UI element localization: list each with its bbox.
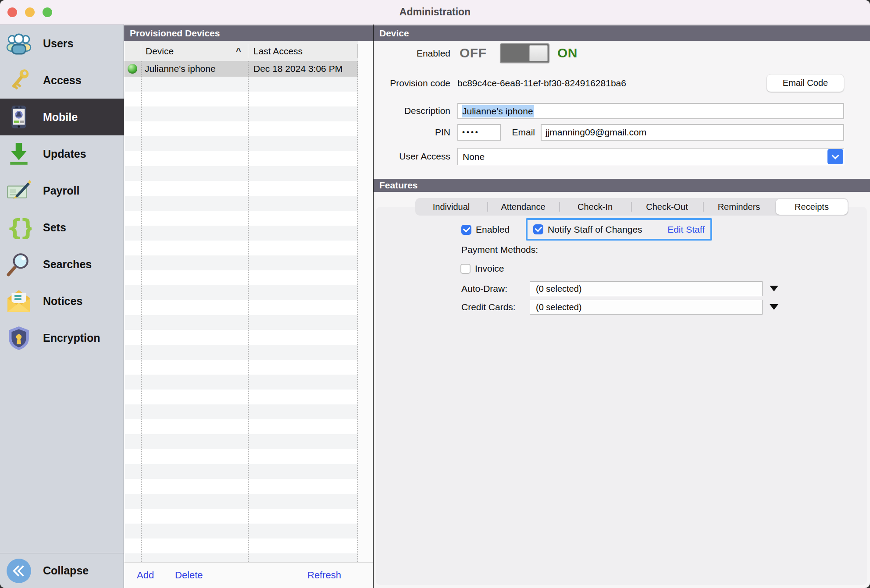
tab-check-in[interactable]: Check-In <box>559 198 631 216</box>
empty-table-rows <box>124 77 358 562</box>
user-access-label: User Access <box>374 150 450 163</box>
svg-text:}: } <box>20 215 32 240</box>
braces-icon: { } <box>6 215 32 240</box>
enabled-checkbox[interactable] <box>461 225 471 235</box>
window-title: Administration <box>399 6 471 18</box>
mobile-icon <box>6 104 32 130</box>
tab-receipts[interactable]: Receipts <box>776 199 848 215</box>
sidebar-item-label: Updates <box>43 148 86 160</box>
invoice-row: Invoice <box>460 263 504 274</box>
add-device-button[interactable]: Add <box>137 570 154 581</box>
sidebar-item-users[interactable]: Users <box>0 25 124 62</box>
collapse-label: Collapse <box>43 564 89 577</box>
title-bar: Administration <box>0 0 870 25</box>
email-code-button[interactable]: Email Code <box>767 74 844 92</box>
sidebar-item-label: Access <box>43 74 82 87</box>
enabled-label: Enabled <box>374 47 450 60</box>
sort-ascending-icon[interactable]: ^ <box>236 46 241 56</box>
tab-attendance[interactable]: Attendance <box>487 198 559 216</box>
email-code-button-label: Email Code <box>783 78 828 88</box>
sidebar-item-label: Users <box>43 37 74 50</box>
credit-cards-label: Credit Cards: <box>461 300 516 315</box>
column-header-last-access[interactable]: Last Access <box>253 46 303 57</box>
online-status-icon <box>128 64 137 74</box>
notify-staff-highlight-box: Notify Staff of Changes Edit Staff <box>526 218 712 241</box>
device-section-title: Device <box>379 28 409 39</box>
auto-draw-select[interactable]: (0 selected) <box>530 281 763 296</box>
download-icon <box>6 141 32 166</box>
devices-table-header: Device ^ Last Access <box>124 41 358 61</box>
toggle-knob <box>529 45 548 61</box>
user-access-select[interactable]: None <box>457 148 844 165</box>
delete-device-button[interactable]: Delete <box>175 570 203 581</box>
auto-draw-label: Auto-Draw: <box>461 281 507 296</box>
sidebar-item-mobile[interactable]: Mobile <box>0 99 124 135</box>
close-window-icon[interactable] <box>7 7 17 17</box>
collapse-chevrons-icon <box>6 558 32 584</box>
sidebar-item-label: Payroll <box>43 184 79 197</box>
toggle-off-label: OFF <box>460 46 487 60</box>
users-icon <box>6 31 32 56</box>
check-pen-icon <box>6 178 32 203</box>
description-field[interactable]: Julianne's iphone <box>457 103 844 119</box>
column-header-device[interactable]: Device <box>146 46 174 57</box>
user-access-dropdown-button[interactable] <box>827 149 843 164</box>
device-section-header: Device <box>374 25 870 41</box>
toggle-on-label: ON <box>557 46 578 60</box>
envelope-icon <box>6 288 32 314</box>
chevron-down-icon <box>832 152 839 159</box>
collapse-sidebar-button[interactable]: Collapse <box>0 553 124 588</box>
sidebar-item-encryption[interactable]: Encryption <box>0 319 124 356</box>
receipts-enabled-row: Enabled <box>461 224 510 235</box>
sidebar-item-payroll[interactable]: Payroll <box>0 172 124 209</box>
shield-icon <box>6 325 32 351</box>
features-section-header: Features <box>374 179 870 192</box>
invoice-label: Invoice <box>475 263 504 274</box>
tab-check-out[interactable]: Check-Out <box>631 198 703 216</box>
refresh-devices-button[interactable]: Refresh <box>307 570 341 581</box>
credit-cards-dropdown-arrow-icon[interactable] <box>770 304 778 310</box>
sidebar-item-label: Encryption <box>43 332 100 344</box>
sidebar-item-sets[interactable]: { } Sets <box>0 209 124 246</box>
sidebar-item-label: Sets <box>43 221 66 234</box>
sidebar-item-searches[interactable]: Searches <box>0 246 124 283</box>
minimize-window-icon[interactable] <box>25 7 35 17</box>
user-access-value: None <box>463 152 485 162</box>
magnifier-icon <box>6 251 32 277</box>
pin-label: PIN <box>374 126 450 138</box>
sidebar-item-updates[interactable]: Updates <box>0 135 124 172</box>
payment-methods-label: Payment Methods: <box>461 244 538 255</box>
notify-staff-checkbox[interactable] <box>533 224 543 234</box>
edit-staff-link[interactable]: Edit Staff <box>667 224 705 235</box>
last-access-cell: Dec 18 2024 3:06 PM <box>253 64 342 74</box>
devices-footer: Add Delete Refresh <box>124 562 373 588</box>
tab-reminders[interactable]: Reminders <box>703 198 775 216</box>
sidebar-item-label: Searches <box>43 258 92 271</box>
provisioned-devices-title: Provisioned Devices <box>130 28 220 39</box>
administration-window: Administration Users <box>0 0 870 588</box>
key-icon <box>6 67 32 93</box>
sidebar-item-label: Mobile <box>43 111 78 124</box>
invoice-checkbox[interactable] <box>460 264 471 274</box>
device-name-cell: Julianne's iphone <box>145 64 216 74</box>
devices-table: Device ^ Last Access Julianne's iphone D… <box>124 41 373 562</box>
tab-individual[interactable]: Individual <box>415 198 487 216</box>
pin-field[interactable]: •••• <box>457 124 501 141</box>
enabled-toggle[interactable] <box>500 43 549 63</box>
features-section-title: Features <box>379 180 418 191</box>
sidebar-item-notices[interactable]: Notices <box>0 283 124 319</box>
credit-cards-select[interactable]: (0 selected) <box>530 300 763 315</box>
features-tab-bar: Individual Attendance Check-In Check-Out… <box>415 198 849 216</box>
table-row[interactable]: Julianne's iphone Dec 18 2024 3:06 PM <box>124 61 358 77</box>
email-label: Email <box>500 126 535 138</box>
column-divider <box>248 61 249 562</box>
email-field[interactable]: jjmanning09@gmail.com <box>541 124 844 141</box>
zoom-window-icon[interactable] <box>43 7 52 17</box>
sidebar-item-access[interactable]: Access <box>0 62 124 99</box>
notify-staff-label: Notify Staff of Changes <box>548 224 642 235</box>
description-selected-text: Julianne's iphone <box>462 105 534 117</box>
provision-code-label: Provision code <box>374 77 450 89</box>
provision-code-value: bc89c4ce-6ea8-11ef-bf30-824916281ba6 <box>457 77 626 89</box>
scrollbar-track[interactable] <box>358 41 373 562</box>
auto-draw-dropdown-arrow-icon[interactable] <box>770 286 778 291</box>
